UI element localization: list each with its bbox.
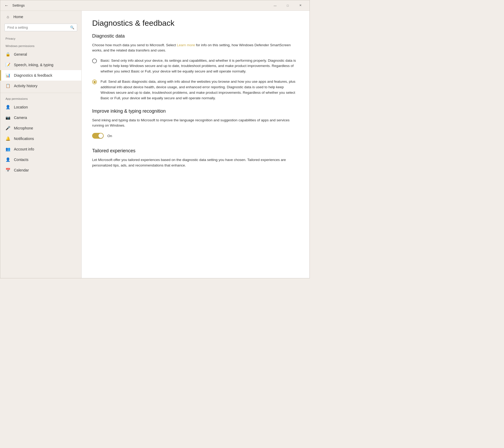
- basic-option[interactable]: Basic: Send only info about your device,…: [92, 58, 296, 75]
- page-title: Diagnostics & feedback: [92, 19, 296, 28]
- full-radio[interactable]: [92, 80, 97, 84]
- general-label: General: [14, 52, 27, 56]
- window-controls: — □ ✕: [269, 2, 306, 9]
- speech-icon: 📝: [6, 62, 10, 67]
- sidebar-item-speech[interactable]: 📝 Speech, inking, & typing: [0, 60, 81, 70]
- sidebar-item-microphone[interactable]: 🎤 Microphone: [0, 123, 81, 133]
- sidebar-item-location[interactable]: 👤 Location: [0, 102, 81, 112]
- location-label: Location: [14, 105, 28, 109]
- sidebar-item-contacts[interactable]: 👤 Contacts: [0, 154, 81, 165]
- privacy-label: Privacy: [0, 34, 81, 42]
- learn-more-link[interactable]: Learn more: [177, 43, 195, 47]
- description-part1: Choose how much data you send to Microso…: [92, 43, 177, 47]
- title-bar: ← Settings — □ ✕: [0, 0, 309, 11]
- inking-toggle-row: On: [92, 133, 296, 139]
- sidebar-item-calendar[interactable]: 📅 Calendar: [0, 165, 81, 175]
- home-icon: ⌂: [6, 14, 10, 19]
- sidebar-item-activity[interactable]: 📋 Activity history: [0, 81, 81, 91]
- sidebar-item-camera[interactable]: 📷 Camera: [0, 112, 81, 123]
- settings-window: ← Settings — □ ✕ ⌂ Home 🔍 Privacy Wi: [0, 0, 310, 278]
- notifications-label: Notifications: [14, 137, 34, 141]
- back-button[interactable]: ←: [3, 2, 10, 9]
- sidebar-item-account-info[interactable]: 👥 Account info: [0, 144, 81, 154]
- inking-section: Improve inking & typing recognition Send…: [92, 108, 296, 139]
- inking-description: Send inking and typing data to Microsoft…: [92, 118, 296, 128]
- close-button[interactable]: ✕: [294, 2, 306, 9]
- general-icon: 🔒: [6, 52, 10, 57]
- sidebar-item-general[interactable]: 🔒 General: [0, 49, 81, 60]
- activity-label: Activity history: [14, 84, 37, 88]
- account-icon: 👥: [6, 147, 10, 152]
- search-box[interactable]: 🔍: [4, 24, 77, 31]
- search-input[interactable]: [7, 25, 68, 29]
- camera-label: Camera: [14, 116, 27, 120]
- windows-permissions-label: Windows permissions: [0, 42, 81, 49]
- inking-toggle[interactable]: [92, 133, 104, 139]
- microphone-icon: 🎤: [6, 126, 10, 131]
- sidebar-item-diagnostics[interactable]: 📊 Diagnostics & feedback: [0, 70, 81, 81]
- minimize-button[interactable]: —: [269, 2, 281, 9]
- notifications-icon: 🔔: [6, 136, 10, 141]
- contacts-label: Contacts: [14, 158, 28, 162]
- main-content: ⌂ Home 🔍 Privacy Windows permissions 🔒 G…: [0, 11, 309, 278]
- content-area: Diagnostics & feedback Diagnostic data C…: [82, 11, 309, 278]
- full-option-text: Full: Send all Basic diagnostic data, al…: [101, 79, 296, 101]
- app-permissions-label: App permissions: [0, 95, 81, 102]
- activity-icon: 📋: [6, 84, 10, 88]
- speech-label: Speech, inking, & typing: [14, 63, 53, 67]
- tailored-section: Tailored experiences Let Microsoft offer…: [92, 148, 296, 168]
- sidebar: ⌂ Home 🔍 Privacy Windows permissions 🔒 G…: [0, 11, 82, 278]
- calendar-icon: 📅: [6, 168, 10, 173]
- sidebar-item-notifications[interactable]: 🔔 Notifications: [0, 133, 81, 144]
- basic-radio[interactable]: [92, 59, 97, 63]
- search-icon: 🔍: [70, 25, 74, 29]
- account-info-label: Account info: [14, 147, 34, 151]
- microphone-label: Microphone: [14, 126, 33, 130]
- title-bar-left: ← Settings: [3, 2, 269, 9]
- diagnostic-data-title: Diagnostic data: [92, 33, 296, 39]
- basic-option-text: Basic: Send only info about your device,…: [101, 58, 296, 75]
- home-label: Home: [13, 15, 23, 19]
- camera-icon: 📷: [6, 115, 10, 120]
- window-title: Settings: [12, 3, 25, 7]
- diagnostics-label: Diagnostics & feedback: [14, 73, 52, 77]
- full-option[interactable]: Full: Send all Basic diagnostic data, al…: [92, 79, 296, 101]
- inking-toggle-label: On: [107, 134, 112, 138]
- tailored-title: Tailored experiences: [92, 148, 296, 154]
- diagnostic-description: Choose how much data you send to Microso…: [92, 43, 296, 53]
- inking-title: Improve inking & typing recognition: [92, 108, 296, 114]
- contacts-icon: 👤: [6, 157, 10, 162]
- maximize-button[interactable]: □: [282, 2, 294, 9]
- section-divider: [0, 93, 81, 93]
- toggle-knob: [98, 133, 103, 138]
- location-icon: 👤: [6, 105, 10, 110]
- calendar-label: Calendar: [14, 168, 29, 172]
- sidebar-item-home[interactable]: ⌂ Home: [0, 11, 81, 23]
- diagnostics-icon: 📊: [6, 73, 10, 78]
- tailored-description: Let Microsoft offer you tailored experie…: [92, 157, 296, 168]
